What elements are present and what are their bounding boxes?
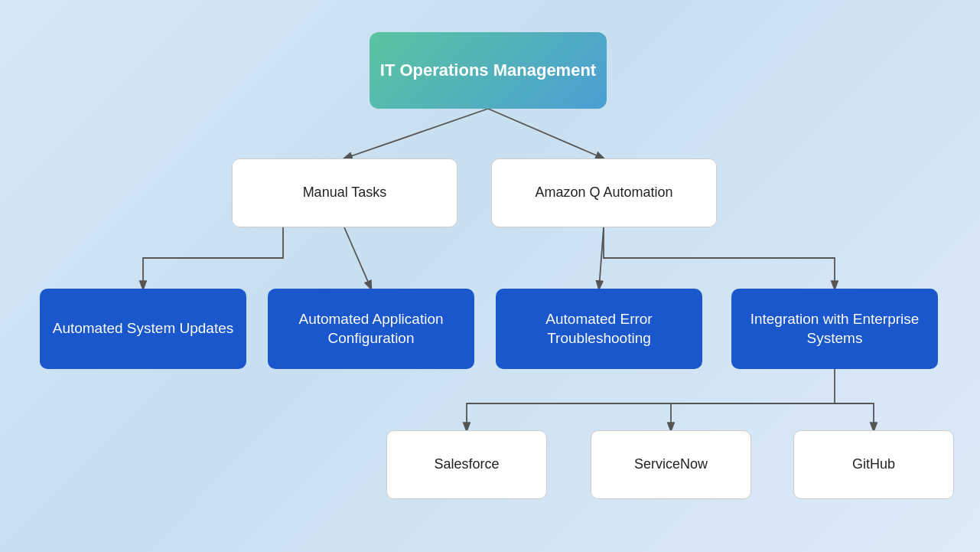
manual-tasks-node: Manual Tasks xyxy=(232,158,457,227)
appconfig-node: Automated Application Configuration xyxy=(268,289,474,369)
salesforce-label: Salesforce xyxy=(434,456,499,473)
root-label: IT Operations Management xyxy=(380,60,596,82)
updates-label: Automated System Updates xyxy=(53,319,234,338)
appconfig-label: Automated Application Configuration xyxy=(268,310,474,348)
github-node: GitHub xyxy=(793,430,954,499)
manual-label: Manual Tasks xyxy=(303,184,387,201)
amazon-label: Amazon Q Automation xyxy=(535,184,672,201)
github-label: GitHub xyxy=(852,456,895,473)
salesforce-node: Salesforce xyxy=(386,430,547,499)
root-node: IT Operations Management xyxy=(370,32,607,109)
enterprise-label: Integration with Enterprise Systems xyxy=(731,310,938,348)
enterprise-node: Integration with Enterprise Systems xyxy=(731,289,938,369)
updates-node: Automated System Updates xyxy=(40,289,246,369)
error-node: Automated Error Troubleshooting xyxy=(496,289,702,369)
servicenow-node: ServiceNow xyxy=(591,430,751,499)
servicenow-label: ServiceNow xyxy=(634,456,708,473)
amazon-q-node: Amazon Q Automation xyxy=(491,158,717,227)
nodes-container: IT Operations Management Manual Tasks Am… xyxy=(0,0,980,552)
error-label: Automated Error Troubleshooting xyxy=(496,310,702,348)
diagram: IT Operations Management Manual Tasks Am… xyxy=(0,0,980,552)
